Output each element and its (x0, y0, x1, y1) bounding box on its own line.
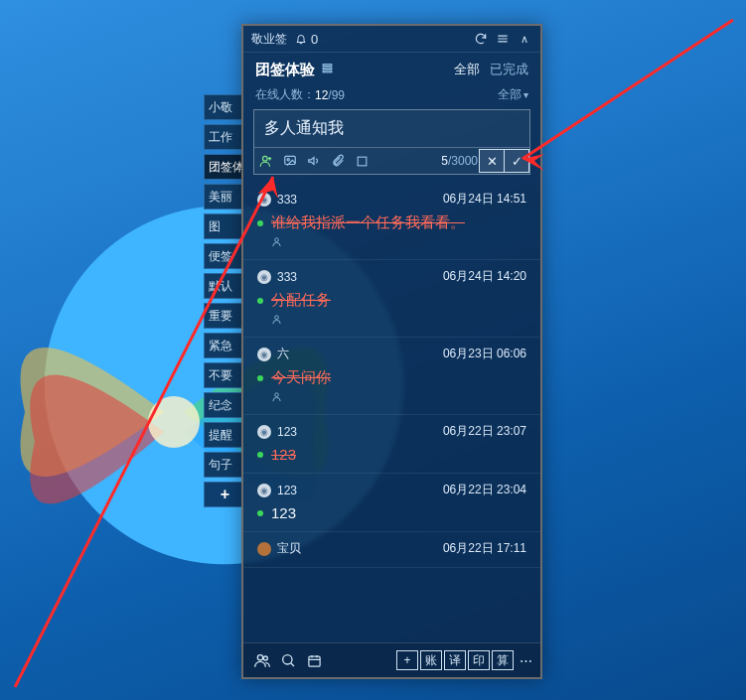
svg-point-0 (148, 396, 200, 448)
item-time: 06月22日 17:11 (443, 540, 526, 557)
add-note-button[interactable]: + (396, 650, 418, 670)
item-user: 六 (277, 346, 289, 362)
item-user: 123 (277, 484, 297, 497)
svg-rect-1 (323, 65, 332, 67)
online-current: 12 (315, 88, 328, 102)
item-content: 谁给我指派一个任务我看看。 (271, 213, 465, 232)
menu-icon[interactable] (495, 31, 511, 47)
bell-icon (295, 33, 307, 45)
compose-input[interactable]: 多人通知我 (254, 110, 529, 147)
more-icon[interactable]: ⋯ (520, 653, 532, 668)
panel-header: 团签体验 全部 已完成 (243, 53, 540, 86)
badge-count: 0 (311, 32, 318, 47)
attach-icon[interactable] (326, 149, 350, 173)
notes-list: ◉33306月24日 14:51谁给我指派一个任务我看看。◉33306月24日 … (243, 183, 540, 622)
svg-point-10 (275, 393, 279, 397)
side-tab[interactable]: 不要 (204, 362, 241, 388)
search-icon[interactable] (277, 649, 299, 671)
list-item[interactable]: ◉33306月24日 14:51谁给我指派一个任务我看看。 (243, 183, 540, 260)
item-user: 123 (277, 425, 297, 439)
side-tab[interactable]: 重要 (204, 303, 241, 329)
side-tab[interactable]: 提醒 (204, 422, 241, 448)
status-dot (257, 220, 263, 226)
avatar: ◉ (257, 425, 271, 439)
footer-box-1[interactable]: 账 (420, 650, 442, 670)
side-tab[interactable]: 小敬 (204, 94, 241, 120)
item-user: 宝贝 (277, 540, 301, 557)
avatar: ◉ (257, 270, 271, 284)
side-tab[interactable]: 句子 (204, 452, 241, 478)
side-tab[interactable]: 便签 (204, 243, 241, 269)
item-time: 06月24日 14:51 (443, 191, 526, 208)
person-icon (271, 314, 526, 327)
side-tab[interactable]: 团签体验 (204, 154, 241, 180)
side-tab[interactable]: 纪念 (204, 392, 241, 418)
side-tab[interactable]: 默认 (204, 273, 241, 299)
list-item[interactable]: ◉12306月22日 23:07123 (243, 415, 540, 474)
svg-point-6 (287, 159, 289, 161)
collapse-up-icon[interactable]: ∧ (517, 31, 532, 47)
app-name: 敬业签 (251, 31, 287, 48)
avatar: ◉ (257, 193, 271, 207)
person-icon (271, 236, 526, 249)
svg-point-13 (283, 655, 292, 664)
list-item[interactable]: 宝贝06月22日 17:11 (243, 532, 540, 568)
list-icon[interactable] (321, 62, 334, 77)
filter-all[interactable]: 全部 (498, 86, 522, 103)
side-tab[interactable]: 图 (204, 213, 241, 239)
svg-point-4 (263, 156, 268, 161)
item-content: 今天问你 (271, 368, 331, 387)
svg-rect-7 (358, 157, 367, 166)
online-label: 在线人数： (255, 86, 315, 103)
audio-icon[interactable] (302, 149, 326, 173)
add-tab-button[interactable]: + (204, 482, 241, 507)
calendar-icon[interactable] (303, 649, 325, 671)
sync-icon[interactable] (473, 31, 489, 47)
item-user: 333 (277, 270, 297, 284)
side-tabs: 小敬工作团签体验美丽图便签默认重要紧急不要纪念提醒句子+ (204, 94, 241, 511)
tab-done[interactable]: 已完成 (490, 61, 528, 78)
side-tab[interactable]: 美丽 (204, 184, 241, 210)
online-max: /99 (328, 88, 345, 102)
item-content: 123 (271, 446, 296, 463)
item-time: 06月23日 06:06 (443, 346, 526, 362)
confirm-button[interactable]: ✓ (504, 149, 529, 173)
tab-all[interactable]: 全部 (454, 61, 480, 78)
side-tab[interactable]: 紧急 (204, 333, 241, 358)
item-user: 333 (277, 193, 297, 207)
list-item[interactable]: ◉33306月24日 14:20分配任务 (243, 260, 540, 338)
svg-point-11 (257, 655, 262, 660)
item-content: 分配任务 (271, 291, 331, 310)
image-icon[interactable] (278, 149, 302, 173)
list-item[interactable]: ◉六06月23日 06:06今天问你 (243, 338, 540, 415)
cancel-button[interactable]: ✕ (479, 149, 505, 173)
item-time: 06月22日 23:07 (443, 423, 526, 440)
members-icon[interactable] (251, 649, 273, 671)
list-item[interactable]: ◉12306月22日 23:04123 (243, 474, 540, 532)
avatar: ◉ (257, 348, 271, 361)
app-panel: 敬业签 0 ∧ 团签体验 全部 已完成 在线人数： 12 /99 全部 ▾ 多人… (241, 24, 542, 679)
item-time: 06月22日 23:04 (443, 482, 526, 498)
item-content: 123 (271, 504, 296, 521)
side-tab[interactable]: 工作 (204, 124, 241, 150)
square-icon[interactable] (350, 149, 373, 173)
compose-toolbar: 5/3000 ✕ ✓ (254, 147, 529, 174)
status-dot (257, 510, 263, 516)
title-bar: 敬业签 0 ∧ (243, 26, 540, 53)
status-dot (257, 375, 263, 381)
footer-box-3[interactable]: 印 (468, 650, 490, 670)
status-dot (257, 452, 263, 458)
footer-box-4[interactable]: 算 (492, 650, 514, 670)
svg-point-9 (275, 316, 279, 320)
footer-box-2[interactable]: 译 (444, 650, 466, 670)
footer-bar: + 账 译 印 算 ⋯ (243, 642, 540, 677)
assign-person-icon[interactable] (254, 149, 278, 173)
person-icon (271, 391, 526, 404)
chevron-down-icon[interactable]: ▾ (523, 89, 528, 100)
compose-box: 多人通知我 5/3000 ✕ ✓ (253, 109, 530, 175)
char-count: 5/3000 (441, 154, 480, 168)
avatar: ◉ (257, 484, 271, 497)
svg-point-12 (263, 656, 267, 660)
team-name: 团签体验 (255, 61, 315, 79)
item-time: 06月24日 14:20 (443, 268, 526, 285)
